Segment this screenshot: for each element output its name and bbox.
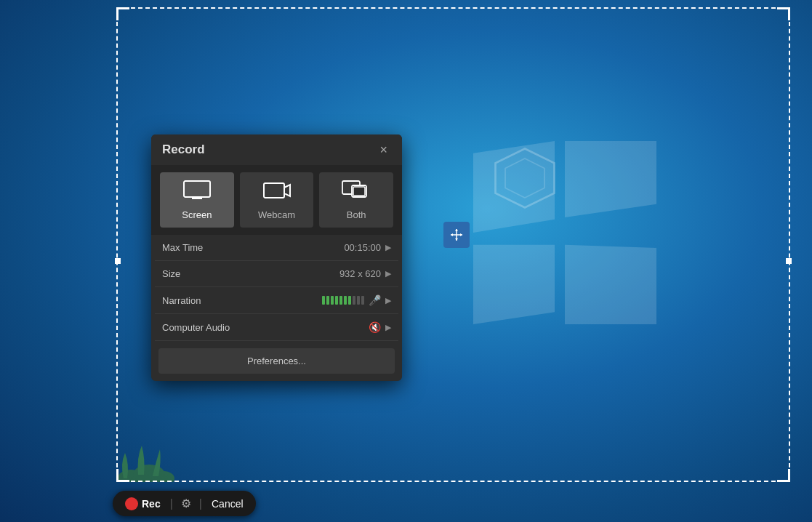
- level-seg-6: [344, 296, 347, 305]
- settings-section: Max Time 00:15:00 ▶ Size 932 x 620 ▶ Nar…: [151, 235, 402, 341]
- narration-level-bar: [322, 296, 364, 305]
- level-seg-2: [326, 296, 329, 305]
- record-start-button[interactable]: Rec: [121, 495, 164, 513]
- level-seg-4: [335, 296, 338, 305]
- level-seg-8: [353, 296, 355, 305]
- size-row[interactable]: Size 932 x 620 ▶: [155, 261, 398, 287]
- screen-icon: [182, 180, 212, 205]
- narration-row[interactable]: Narration 🎤 ▶: [155, 287, 398, 314]
- level-seg-10: [361, 296, 364, 305]
- narration-value-group: 🎤 ▶: [322, 294, 391, 306]
- level-seg-9: [357, 296, 360, 305]
- size-arrow-icon: ▶: [385, 269, 391, 278]
- webcam-icon: [262, 180, 292, 205]
- size-label: Size: [162, 268, 180, 279]
- svg-marker-0: [496, 149, 555, 208]
- mode-webcam-button[interactable]: Webcam: [240, 172, 314, 228]
- speaker-muted-icon: 🔇: [369, 321, 381, 333]
- computer-audio-label: Computer Audio: [162, 322, 230, 333]
- dialog-close-button[interactable]: ×: [376, 142, 391, 158]
- level-seg-7: [348, 296, 351, 305]
- computer-audio-arrow-icon: ▶: [385, 323, 391, 332]
- microphone-icon: 🎤: [369, 294, 381, 306]
- grass-decoration: [116, 438, 174, 482]
- narration-arrow-icon: ▶: [385, 296, 391, 305]
- screen-label: Screen: [182, 209, 212, 220]
- computer-audio-value-group: 🔇 ▶: [369, 321, 391, 333]
- computer-audio-row[interactable]: Computer Audio 🔇 ▶: [155, 314, 398, 341]
- max-time-row[interactable]: Max Time 00:15:00 ▶: [155, 235, 398, 261]
- both-label: Both: [347, 209, 366, 220]
- svg-rect-10: [264, 183, 284, 198]
- cancel-button[interactable]: Cancel: [208, 496, 247, 512]
- level-seg-1: [322, 296, 325, 305]
- mode-both-button[interactable]: Both: [319, 172, 393, 228]
- webcam-label: Webcam: [258, 209, 295, 220]
- both-icon: [342, 180, 371, 205]
- max-time-arrow-icon: ▶: [385, 243, 391, 252]
- max-time-value: 00:15:00: [344, 242, 381, 253]
- preferences-button[interactable]: Preferences...: [158, 348, 395, 374]
- bottom-toolbar: Rec | ⚙ | Cancel: [113, 491, 256, 516]
- svg-rect-7: [184, 181, 210, 197]
- toolbar-settings-button[interactable]: ⚙: [179, 494, 193, 513]
- narration-label: Narration: [162, 295, 201, 306]
- size-value-group: 932 x 620 ▶: [339, 268, 391, 279]
- level-seg-3: [331, 296, 334, 305]
- mode-buttons-group: Screen Webcam Both: [151, 165, 402, 235]
- max-time-value-group: 00:15:00 ▶: [344, 242, 391, 253]
- rec-circle-icon: [125, 497, 138, 510]
- move-cursor-icon[interactable]: [443, 222, 470, 248]
- size-value: 932 x 620: [339, 268, 381, 279]
- toolbar-divider-2: |: [199, 497, 202, 510]
- svg-marker-1: [505, 158, 544, 198]
- mode-screen-button[interactable]: Screen: [160, 172, 234, 228]
- dialog-titlebar: Record ×: [151, 134, 402, 165]
- max-time-label: Max Time: [162, 242, 203, 253]
- hex-decoration: [492, 145, 558, 211]
- record-dialog: Record × Screen Webc: [151, 134, 402, 381]
- rec-label: Rec: [142, 498, 161, 510]
- dialog-title: Record: [162, 142, 205, 157]
- level-seg-5: [339, 296, 342, 305]
- toolbar-divider-1: |: [170, 497, 173, 510]
